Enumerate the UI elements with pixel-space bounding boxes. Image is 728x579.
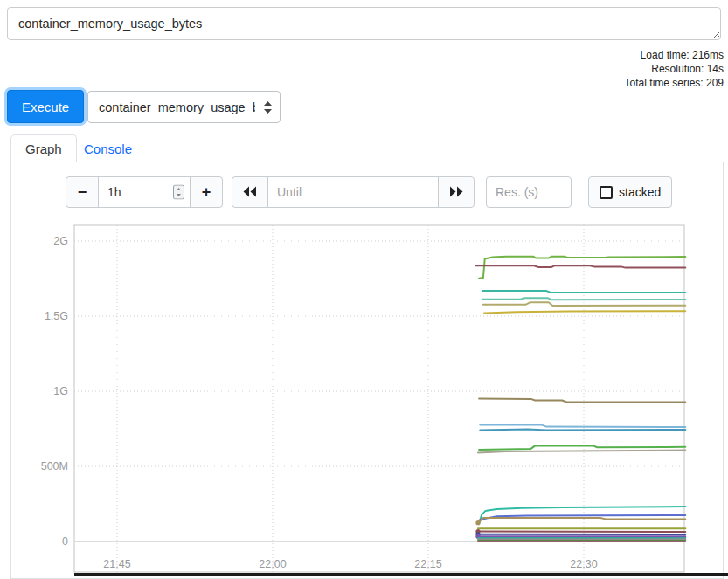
tab-console[interactable]: Console xyxy=(70,134,146,162)
series-line xyxy=(476,265,686,267)
query-stats: Load time: 216ms Resolution: 14s Total t… xyxy=(625,48,724,90)
until-input[interactable] xyxy=(267,176,439,208)
dropdown-updown-icon xyxy=(264,101,272,114)
time-series-chart[interactable]: 0500M1G1.5G2G21:4522:0022:1522:30 xyxy=(0,218,728,579)
range-spinner-icon xyxy=(173,185,184,200)
graph-controls: − + xyxy=(11,162,723,224)
x-tick-label: 21:45 xyxy=(103,558,130,570)
series-line xyxy=(483,302,685,306)
step-back-icon xyxy=(242,183,258,202)
chart-grid xyxy=(74,225,684,572)
total-time-series: Total time series: 209 xyxy=(625,76,724,90)
y-tick-label: 500M xyxy=(41,460,68,472)
metric-dropdown-value: container_memory_usage_bytes xyxy=(99,100,255,114)
series-start-dot xyxy=(475,520,480,525)
series-line xyxy=(479,445,685,450)
x-tick-label: 22:30 xyxy=(570,558,597,570)
y-tick-label: 1G xyxy=(53,385,68,397)
tab-graph[interactable]: Graph xyxy=(10,134,77,162)
query-input[interactable]: container_memory_usage_bytes xyxy=(7,7,721,40)
stacked-label: stacked xyxy=(619,185,661,199)
checkbox-icon xyxy=(600,186,613,199)
step-forward-icon xyxy=(448,183,464,202)
prometheus-expression-browser: container_memory_usage_bytes Load time: … xyxy=(0,0,728,579)
series-line xyxy=(482,298,686,300)
load-time: Load time: 216ms xyxy=(625,48,724,62)
y-tick-label: 0 xyxy=(62,535,68,548)
metric-dropdown[interactable]: container_memory_usage_bytes xyxy=(87,91,281,123)
plot-border xyxy=(74,225,684,572)
axis-labels: 0500M1G1.5G2G21:4522:0022:1522:30 xyxy=(41,235,598,570)
series-line xyxy=(478,451,685,453)
time-control-group xyxy=(232,176,475,208)
stacked-toggle-button[interactable]: stacked xyxy=(588,176,672,208)
range-increase-button[interactable]: + xyxy=(190,176,223,208)
series-line xyxy=(482,291,686,293)
chart-series xyxy=(475,257,685,541)
step-back-button[interactable] xyxy=(232,176,268,208)
legend-divider-bar xyxy=(74,573,728,576)
series-line xyxy=(480,424,685,427)
resolution: Resolution: 14s xyxy=(625,62,724,76)
series-line xyxy=(479,398,685,402)
x-tick-label: 22:15 xyxy=(414,558,441,570)
series-line xyxy=(484,311,685,313)
y-tick-label: 2G xyxy=(53,235,68,247)
range-decrease-button[interactable]: − xyxy=(66,176,99,208)
range-control-group: − + xyxy=(66,176,223,208)
resolution-input[interactable] xyxy=(486,176,572,208)
step-forward-button[interactable] xyxy=(438,176,475,208)
series-line xyxy=(480,430,685,431)
y-tick-label: 1.5G xyxy=(45,310,68,322)
x-tick-label: 22:00 xyxy=(259,558,286,570)
series-line xyxy=(478,518,685,523)
execute-button[interactable]: Execute xyxy=(7,90,84,123)
